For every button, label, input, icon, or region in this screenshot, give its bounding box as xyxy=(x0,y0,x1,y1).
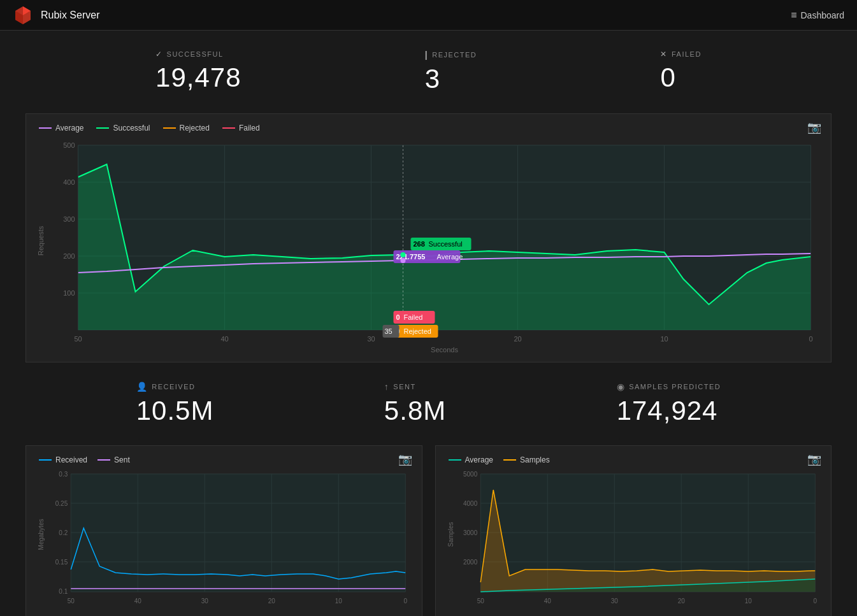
legend-failed-label: Failed xyxy=(239,124,260,133)
svg-text:50: 50 xyxy=(74,335,82,343)
stat-received-label: 👤 RECEIVED xyxy=(136,382,214,392)
svg-text:3000: 3000 xyxy=(463,529,478,536)
svg-text:10: 10 xyxy=(744,598,752,605)
legend-samples-line xyxy=(503,459,516,461)
bandwidth-chart-svg: 0.3 0.25 0.2 0.15 0.1 50 40 30 20 10 0 M… xyxy=(32,471,415,611)
legend-rejected-line xyxy=(163,127,176,129)
svg-text:300: 300 xyxy=(63,215,75,223)
check-icon: ✓ xyxy=(155,50,163,59)
svg-text:4000: 4000 xyxy=(463,500,478,507)
stat-received-value: 10.5M xyxy=(136,396,214,426)
svg-text:40: 40 xyxy=(544,598,551,605)
svg-text:Samples: Samples xyxy=(447,522,454,547)
samples-icon: ◉ xyxy=(617,382,626,392)
svg-text:20: 20 xyxy=(268,598,276,605)
app-title: Rubix Server xyxy=(41,10,99,21)
stat-samples: ◉ SAMPLES PREDICTED 174,924 xyxy=(617,382,721,426)
stat-rejected-value: 3 xyxy=(425,64,477,94)
dashboard-nav[interactable]: ≡ Dashboard xyxy=(791,10,844,21)
legend-failed: Failed xyxy=(222,124,260,133)
main-chart-container: 📷 Average Successful Rejected Failed xyxy=(25,113,832,362)
stat-failed: ✕ FAILED 0 xyxy=(660,50,701,94)
svg-text:30: 30 xyxy=(367,335,375,343)
header-left: Rubix Server xyxy=(13,5,99,25)
svg-text:2000: 2000 xyxy=(463,559,478,566)
bottom-charts-row: 📷 Received Sent xyxy=(25,445,832,616)
bandwidth-camera-icon[interactable]: 📷 xyxy=(398,452,412,466)
svg-text:0.25: 0.25 xyxy=(55,500,68,507)
legend-samples: Samples xyxy=(503,455,550,464)
svg-text:268: 268 xyxy=(414,240,425,248)
received-icon: 👤 xyxy=(136,382,148,392)
legend-successful: Successful xyxy=(96,124,150,133)
bandwidth-legend: Received Sent xyxy=(32,452,415,471)
svg-text:Rejected: Rejected xyxy=(404,327,431,335)
legend-sent-line xyxy=(97,459,110,461)
legend-received-line xyxy=(39,459,52,461)
dashboard-label: Dashboard xyxy=(801,10,845,20)
stat-sent: ↑ SENT 5.8M xyxy=(384,382,446,426)
legend-average-line xyxy=(39,127,52,129)
stat-failed-value: 0 xyxy=(660,62,701,93)
legend-average: Average xyxy=(39,124,83,133)
dashboard-icon: ≡ xyxy=(791,10,796,21)
svg-text:100: 100 xyxy=(63,289,75,297)
stat-successful-value: 19,478 xyxy=(155,62,241,93)
svg-text:500: 500 xyxy=(63,141,75,149)
stat-sent-label: ↑ SENT xyxy=(384,382,446,392)
svg-point-48 xyxy=(401,252,406,257)
sent-icon: ↑ xyxy=(384,382,390,392)
svg-text:0.15: 0.15 xyxy=(55,559,68,566)
main-chart-legend: Average Successful Rejected Failed xyxy=(32,120,825,139)
legend-successful-label: Successful xyxy=(113,124,150,133)
legend-sent: Sent xyxy=(97,455,130,464)
svg-text:0.2: 0.2 xyxy=(59,529,68,536)
app-header: Rubix Server ≡ Dashboard xyxy=(0,0,857,31)
app-logo xyxy=(13,5,33,25)
x-icon: ✕ xyxy=(660,50,668,59)
stat-failed-label: ✕ FAILED xyxy=(660,50,701,59)
legend-average-label: Average xyxy=(55,124,83,133)
bandwidth-chart-container: 📷 Received Sent xyxy=(25,445,422,616)
samples-chart-container: 📷 Average Samples xyxy=(435,445,832,616)
svg-text:50: 50 xyxy=(68,598,75,605)
legend-received: Received xyxy=(39,455,87,464)
svg-text:0.1: 0.1 xyxy=(59,588,68,595)
svg-text:50: 50 xyxy=(477,598,484,605)
main-chart-svg: 500 400 300 200 100 50 40 30 20 10 0 Sec… xyxy=(32,139,825,355)
legend-received-label: Received xyxy=(55,455,87,464)
stat-rejected: | REJECTED 3 xyxy=(425,50,477,94)
samples-legend: Average Samples xyxy=(442,452,825,471)
stat-samples-value: 174,924 xyxy=(617,396,721,426)
svg-text:40: 40 xyxy=(134,598,142,605)
legend-avg-label: Average xyxy=(465,455,493,464)
svg-text:30: 30 xyxy=(610,598,618,605)
svg-text:Failed: Failed xyxy=(404,313,423,321)
svg-text:Requests: Requests xyxy=(37,226,45,255)
samples-camera-icon[interactable]: 📷 xyxy=(807,452,821,466)
legend-avg: Average xyxy=(449,455,493,464)
legend-rejected: Rejected xyxy=(163,124,210,133)
svg-text:35: 35 xyxy=(385,327,392,335)
svg-text:20: 20 xyxy=(514,335,521,343)
svg-text:0: 0 xyxy=(813,598,817,605)
svg-text:400: 400 xyxy=(63,178,75,186)
bottom-stats: 👤 RECEIVED 10.5M ↑ SENT 5.8M ◉ SAMPLES P… xyxy=(0,375,857,439)
svg-text:10: 10 xyxy=(660,335,668,343)
stat-received: 👤 RECEIVED 10.5M xyxy=(136,382,214,426)
svg-text:40: 40 xyxy=(220,335,228,343)
stat-successful: ✓ SUCCESSFUL 19,478 xyxy=(155,50,241,94)
svg-text:Successful: Successful xyxy=(429,240,463,248)
svg-text:200: 200 xyxy=(63,252,75,260)
svg-text:0: 0 xyxy=(809,335,812,343)
camera-icon[interactable]: 📷 xyxy=(807,120,821,134)
svg-text:Megabytes: Megabytes xyxy=(38,519,45,550)
stat-samples-label: ◉ SAMPLES PREDICTED xyxy=(617,382,721,392)
svg-text:30: 30 xyxy=(201,598,209,605)
legend-rejected-label: Rejected xyxy=(180,124,210,133)
legend-samples-label: Samples xyxy=(520,455,550,464)
svg-text:0.3: 0.3 xyxy=(59,471,68,478)
legend-avg-line xyxy=(449,459,461,461)
svg-text:221.7755: 221.7755 xyxy=(396,253,426,261)
stat-successful-label: ✓ SUCCESSFUL xyxy=(155,50,241,59)
